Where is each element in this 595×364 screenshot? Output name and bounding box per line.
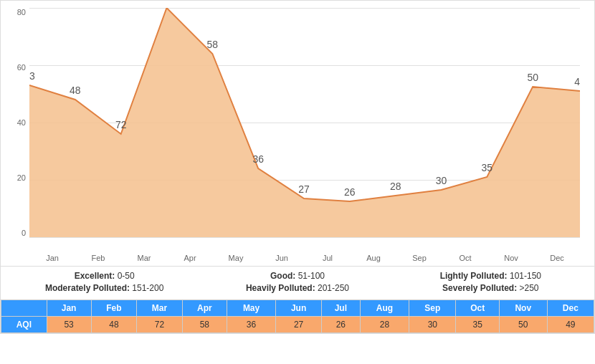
x-axis: Jan Feb Mar Apr May Jun Jul Aug Sep Oct … (29, 254, 580, 262)
x-label-feb: Feb (75, 254, 121, 262)
table-header-row: Jan Feb Mar Apr May Jun Jul Aug Sep Oct … (1, 300, 594, 317)
grid-line-0 (29, 237, 580, 238)
legend-area: Excellent: 0-50 Good: 51-100 Lightly Pol… (1, 266, 594, 300)
table-row-label: AQI (1, 317, 47, 333)
point-label-jun-val: 36 (252, 153, 264, 165)
point-label-end: 49 (574, 76, 580, 87)
y-label-40: 40 (17, 118, 26, 127)
point-label-nov-val: 35 (482, 162, 493, 173)
table-cell-feb: 48 (91, 317, 137, 333)
legend-heavily-label: Heavily Polluted: (246, 283, 318, 293)
legend-moderately-label: Moderately Polluted: (45, 283, 132, 293)
legend-excellent-label: Excellent: (75, 271, 118, 281)
legend-good-range: 51-100 (298, 271, 325, 281)
table-cell-jan: 53 (47, 317, 91, 333)
x-label-oct: Oct (442, 254, 488, 262)
table-header-oct: Oct (456, 300, 499, 317)
x-label-nov: Nov (488, 254, 534, 262)
point-label-may-val: 58 (207, 39, 219, 50)
table-cell-oct: 35 (456, 317, 499, 333)
point-label-mar: 72 (115, 119, 127, 130)
legend-heavily-range: 201-250 (318, 283, 349, 293)
y-label-0: 0 (22, 229, 26, 237)
legend-lightly-range: 101-150 (510, 271, 541, 281)
point-label-oct-val: 30 (436, 175, 447, 186)
x-label-apr: Apr (167, 254, 213, 262)
x-label-mar: Mar (121, 254, 167, 262)
table-header-sep: Sep (409, 300, 456, 317)
table-corner (1, 300, 47, 317)
chart-plot-area: 53 48 72 72 58 36 27 26 28 30 35 50 49 (29, 8, 580, 237)
legend-lightly-label: Lightly Polluted: (440, 271, 510, 281)
table-header-dec: Dec (547, 300, 594, 317)
x-label-may: May (213, 254, 259, 262)
legend-severely-label: Severely Polluted: (442, 283, 519, 293)
table-header-may: May (227, 300, 275, 317)
data-table: Jan Feb Mar Apr May Jun Jul Aug Sep Oct … (1, 300, 594, 333)
legend-moderately-range: 151-200 (132, 283, 163, 293)
y-label-20: 20 (17, 173, 26, 182)
y-axis: 80 60 40 20 0 (1, 8, 29, 237)
table-header-aug: Aug (360, 300, 409, 317)
legend-severely-range: >250 (519, 283, 538, 293)
x-label-sep: Sep (396, 254, 442, 262)
line-area-chart: 53 48 72 72 58 36 27 26 28 30 35 50 49 (29, 8, 580, 237)
table-cell-dec: 49 (547, 317, 594, 333)
legend-severely: Severely Polluted: >250 (394, 283, 587, 293)
x-label-dec: Dec (534, 254, 580, 262)
legend-row-1: Excellent: 0-50 Good: 51-100 Lightly Pol… (8, 271, 587, 281)
table-cell-aug: 28 (360, 317, 409, 333)
table-cell-nov: 50 (499, 317, 547, 333)
table-header-nov: Nov (499, 300, 547, 317)
y-label-80: 80 (17, 8, 26, 16)
table-header-feb: Feb (91, 300, 137, 317)
table-header-apr: Apr (182, 300, 227, 317)
table-cell-jul: 26 (321, 317, 360, 333)
x-label-aug: Aug (351, 254, 396, 262)
table-header-mar: Mar (137, 300, 183, 317)
x-label-jun: Jun (259, 254, 305, 262)
legend-lightly: Lightly Polluted: 101-150 (394, 271, 587, 281)
table-header-jan: Jan (47, 300, 91, 317)
chart-container: 80 60 40 20 0 53 4 (0, 0, 595, 334)
table-data-row: AQI 53 48 72 58 36 27 26 28 30 35 50 49 (1, 317, 594, 333)
table-cell-mar: 72 (137, 317, 183, 333)
table-cell-sep: 30 (409, 317, 456, 333)
legend-heavily: Heavily Polluted: 201-250 (201, 283, 394, 293)
y-label-60: 60 (17, 63, 26, 72)
chart-area: 80 60 40 20 0 53 4 (1, 1, 594, 266)
point-label-jul-val: 27 (298, 183, 310, 195)
legend-good-label: Good: (270, 271, 298, 281)
x-label-jul: Jul (305, 254, 351, 262)
legend-excellent: Excellent: 0-50 (8, 271, 201, 281)
legend-excellent-range: 0-50 (118, 271, 135, 281)
point-label-dec-val: 50 (527, 72, 538, 83)
legend-moderately: Moderately Polluted: 151-200 (8, 283, 201, 293)
table-cell-may: 36 (227, 317, 275, 333)
point-label-aug-val: 26 (344, 186, 356, 198)
point-label-sep-val: 28 (390, 181, 401, 192)
area-fill (29, 8, 580, 237)
legend-good: Good: 51-100 (201, 271, 394, 281)
table-header-jun: Jun (276, 300, 322, 317)
table-cell-apr: 58 (182, 317, 227, 333)
table-header-jul: Jul (321, 300, 360, 317)
point-label-feb: 48 (70, 85, 81, 96)
legend-row-2: Moderately Polluted: 151-200 Heavily Pol… (8, 283, 587, 293)
point-label-jan: 53 (29, 70, 35, 82)
x-label-jan: Jan (29, 254, 75, 262)
table-cell-jun: 27 (276, 317, 322, 333)
